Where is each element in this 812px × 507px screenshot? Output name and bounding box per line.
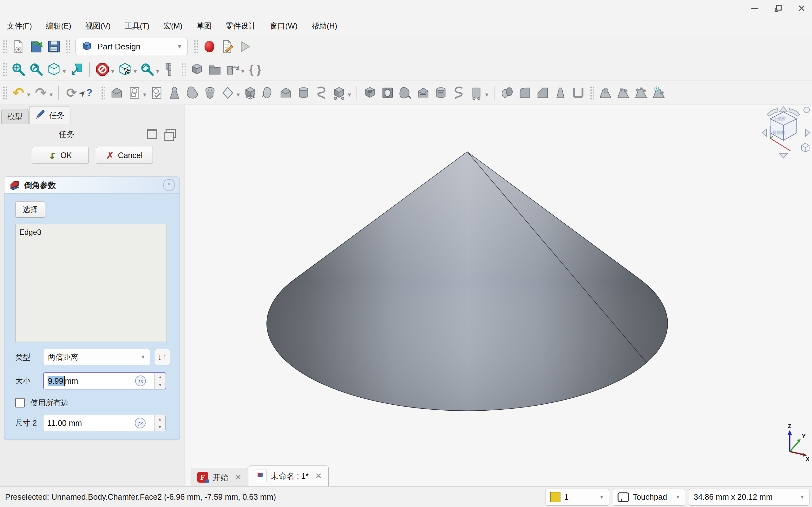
chevron-down-icon[interactable]: ▼	[142, 92, 148, 98]
create-sketch-icon[interactable]	[125, 84, 143, 102]
edge-list[interactable]: Edge3	[15, 224, 167, 342]
new-document-icon[interactable]	[9, 38, 27, 55]
menu-edit[interactable]: 编辑(E)	[39, 19, 78, 33]
toolbar-handle[interactable]	[65, 40, 70, 54]
clipping-plane-icon[interactable]	[94, 60, 111, 78]
chevron-down-icon[interactable]: ▼	[61, 68, 67, 75]
chevron-down-icon[interactable]: ▼	[49, 92, 54, 98]
link-export-icon[interactable]	[223, 60, 241, 78]
restore-button[interactable]	[773, 4, 783, 13]
polar-pattern-icon[interactable]	[632, 84, 650, 102]
toolbar-handle[interactable]	[3, 86, 7, 100]
chevron-down-icon[interactable]: ▼	[484, 92, 490, 98]
group-folder-icon[interactable]	[206, 60, 223, 78]
linear-pattern-icon[interactable]	[614, 84, 632, 102]
spin-down-icon[interactable]: ▼	[155, 381, 165, 389]
toolbar-handle[interactable]	[3, 62, 7, 76]
menu-macro[interactable]: 宏(M)	[156, 19, 189, 33]
menu-tools[interactable]: 工具(T)	[118, 19, 157, 33]
isometric-view-icon[interactable]	[45, 60, 63, 78]
clone-icon[interactable]	[201, 84, 219, 102]
pad-icon[interactable]	[241, 84, 259, 102]
chevron-down-icon[interactable]: ▼	[235, 92, 241, 98]
subtractive-primitive-icon[interactable]	[467, 84, 485, 102]
subtractive-loft-icon[interactable]	[414, 84, 432, 102]
spin-down-icon[interactable]: ▼	[154, 424, 165, 431]
tab-document[interactable]: 未命名 : 1* ✕	[249, 465, 328, 487]
minimize-button[interactable]	[750, 4, 759, 13]
menu-partdesign[interactable]: 零件设计	[218, 19, 263, 33]
multitransform-icon[interactable]	[650, 84, 668, 102]
cancel-button[interactable]: ✗ Cancel	[96, 147, 153, 164]
part-icon[interactable]	[188, 60, 206, 78]
size2-spinner[interactable]: ▲▼	[154, 415, 165, 431]
open-document-icon[interactable]	[27, 38, 45, 55]
workbench-selector[interactable]: Part Design ▼	[75, 38, 188, 55]
size-spinner[interactable]: ▲▼	[154, 373, 165, 389]
subtractive-helix-icon[interactable]	[450, 84, 467, 102]
additive-pipe-icon[interactable]	[295, 84, 312, 102]
datum-point-icon[interactable]	[165, 84, 183, 102]
size2-input[interactable]: 11.00 mm ƒx ▲▼	[43, 415, 165, 431]
subtractive-pipe-icon[interactable]	[432, 84, 450, 102]
expression-fx-icon[interactable]: ƒx	[135, 376, 146, 386]
close-tab-icon[interactable]: ✕	[315, 471, 322, 481]
shapebinder-icon[interactable]	[183, 84, 201, 102]
fillet-icon[interactable]	[516, 84, 534, 102]
menu-help[interactable]: 帮助(H)	[305, 19, 344, 33]
float-panel-icon[interactable]	[147, 129, 157, 139]
edit-sketch-icon[interactable]	[148, 84, 165, 102]
redo-icon[interactable]: ↷	[32, 84, 50, 102]
sync-view-icon[interactable]	[138, 60, 156, 78]
chevron-down-icon[interactable]: ▼	[110, 68, 115, 75]
toolbar-handle[interactable]	[3, 40, 7, 54]
close-tab-icon[interactable]: ✕	[235, 472, 242, 482]
whats-this-icon[interactable]: ?	[81, 84, 98, 102]
undo-icon[interactable]: ↶	[9, 84, 27, 102]
tab-tasks[interactable]: 任务	[29, 106, 70, 124]
chevron-down-icon[interactable]: ▼	[133, 68, 138, 75]
tab-start-page[interactable]: F 开始 ✕	[191, 468, 248, 487]
fit-all-icon[interactable]	[9, 60, 27, 78]
toolbar-handle[interactable]	[590, 86, 594, 100]
chamfer-icon[interactable]	[534, 84, 552, 102]
select-edges-button[interactable]: 选择	[15, 201, 45, 218]
toolbar-handle[interactable]	[181, 62, 186, 76]
create-datum-icon[interactable]	[219, 84, 237, 102]
navigation-cube[interactable]: 上视图 前视图	[753, 105, 812, 160]
execute-macro-icon[interactable]	[236, 38, 254, 55]
create-body-icon[interactable]	[108, 84, 125, 102]
draw-style-icon[interactable]	[67, 60, 85, 78]
expression-fx-icon[interactable]: ƒx	[135, 418, 146, 429]
transformed-icon[interactable]	[597, 84, 614, 102]
menu-sketch[interactable]: 草图	[189, 19, 218, 33]
groove-icon[interactable]	[397, 84, 414, 102]
chamfer-type-select[interactable]: 两倍距离 ▼	[43, 349, 150, 365]
chevron-down-icon[interactable]: ▼	[347, 92, 352, 98]
measure-icon[interactable]	[161, 60, 179, 78]
box-selection-icon[interactable]	[116, 60, 134, 78]
chevron-down-icon[interactable]: ▼	[26, 92, 32, 98]
toolbar-handle[interactable]	[194, 40, 198, 54]
expression-icon[interactable]: { }	[246, 60, 264, 78]
additive-helix-icon[interactable]	[312, 84, 330, 102]
revolution-icon[interactable]	[259, 84, 277, 102]
spin-up-icon[interactable]: ▲	[155, 373, 165, 381]
save-icon[interactable]	[45, 38, 63, 55]
use-all-edges-checkbox[interactable]	[15, 398, 25, 407]
additive-loft-icon[interactable]	[277, 84, 295, 102]
collapse-icon[interactable]: ⌃⌃	[163, 179, 175, 191]
ok-button[interactable]: ↵ OK	[32, 147, 89, 164]
edge-list-item[interactable]: Edge3	[19, 227, 163, 238]
viewport-3d[interactable]: 上视图 前视图	[185, 105, 812, 487]
cone-model[interactable]	[185, 105, 812, 487]
view-size-select[interactable]: 34.86 mm x 20.12 mm ▼	[689, 489, 809, 506]
close-button[interactable]: ✕	[797, 4, 806, 13]
spin-up-icon[interactable]: ▲	[154, 415, 165, 424]
menu-file[interactable]: 文件(F)	[0, 19, 39, 33]
thickness-icon[interactable]	[569, 84, 587, 102]
hole-icon[interactable]	[379, 84, 397, 102]
chevron-down-icon[interactable]: ▼	[240, 68, 246, 75]
layer-select[interactable]: 1 ▼	[546, 489, 609, 506]
chamfer-parameters-header[interactable]: 倒角参数 ⌃⌃	[4, 177, 180, 193]
